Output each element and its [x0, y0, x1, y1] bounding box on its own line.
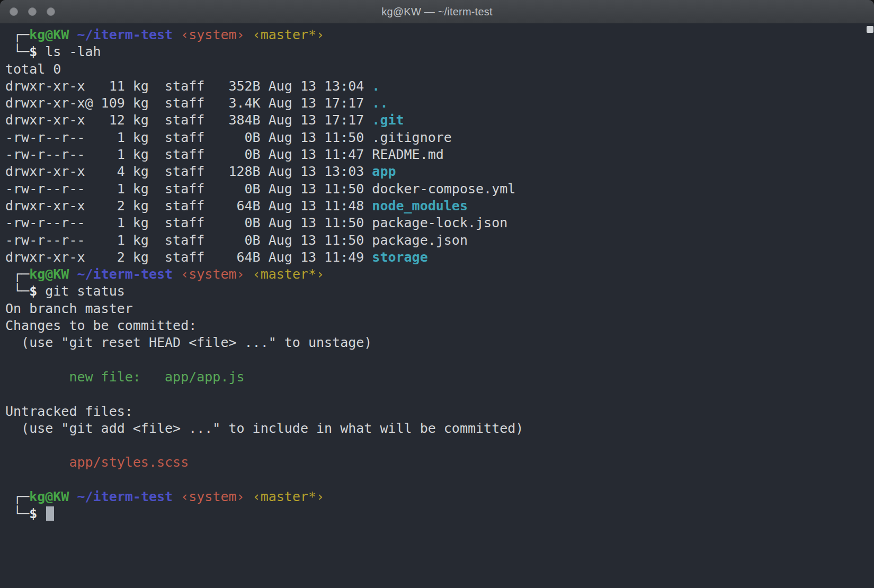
terminal-line: └─$ [5, 505, 861, 522]
terminal-line: -rw-r--r-- 1 kg staff 0B Aug 13 11:47 RE… [5, 146, 861, 163]
text-segment: -rw-r--r-- 1 kg staff 0B Aug 13 11:50 do… [5, 181, 515, 197]
text-segment: drwxr-xr-x 2 kg staff 64B Aug 13 11:49 [5, 250, 372, 265]
text-segment [37, 506, 45, 521]
terminal-line: drwxr-xr-x 2 kg staff 64B Aug 13 11:48 n… [5, 198, 861, 215]
text-segment: On branch master [5, 301, 133, 316]
traffic-lights [10, 0, 55, 23]
text-segment: drwxr-xr-x 11 kg staff 352B Aug 13 13:04 [5, 78, 372, 94]
text-segment: ‹master*› [253, 27, 324, 42]
terminal-line: ┌─kg@KW ~/iterm-test ‹system› ‹master*› [5, 488, 861, 505]
terminal-window: kg@KW — ~/iterm-test ┌─kg@KW ~/iterm-tes… [0, 0, 874, 588]
text-segment [69, 27, 77, 42]
terminal-line: Changes to be committed: [5, 317, 861, 334]
text-segment: ‹system› [181, 266, 244, 282]
text-segment: kg@KW [29, 266, 69, 282]
text-segment: ┌─ [5, 489, 29, 504]
text-segment: Untracked files: [5, 404, 133, 419]
text-segment [245, 27, 253, 42]
text-segment: -rw-r--r-- 1 kg staff 0B Aug 13 11:50 pa… [5, 233, 468, 248]
text-segment: kg@KW [29, 27, 69, 42]
text-segment: ‹system› [181, 27, 244, 42]
text-segment [69, 489, 77, 504]
text-segment: .git [372, 112, 404, 128]
terminal-line: (use "git add <file> ..." to include in … [5, 420, 861, 437]
terminal-line [5, 386, 861, 403]
terminal-line: app/styles.scss [5, 454, 861, 471]
text-segment: ~/iterm-test [77, 266, 173, 282]
text-segment [5, 438, 13, 453]
text-segment: └─ [5, 283, 29, 299]
text-segment: ┌─ [5, 266, 29, 282]
text-segment: -rw-r--r-- 1 kg staff 0B Aug 13 11:50 pa… [5, 215, 507, 230]
zoom-button[interactable] [47, 7, 55, 16]
terminal-line [5, 437, 861, 454]
text-segment: (use "git reset HEAD <file> ..." to unst… [5, 335, 372, 350]
text-segment [5, 472, 13, 487]
scrollbar[interactable] [866, 23, 874, 588]
text-segment [69, 266, 77, 282]
text-segment: ‹master*› [253, 489, 324, 504]
text-segment: ~/iterm-test [77, 27, 173, 42]
text-segment [5, 386, 13, 402]
terminal-line: └─$ git status [5, 283, 861, 300]
text-segment [173, 489, 181, 504]
text-segment: . [372, 78, 380, 94]
window-title: kg@KW — ~/iterm-test [381, 6, 492, 18]
text-segment: └─ [5, 44, 29, 59]
text-segment: drwxr-xr-x@ 109 kg staff 3.4K Aug 13 17:… [5, 95, 372, 111]
scrollbar-thumb[interactable] [867, 26, 873, 33]
text-segment: └─ [5, 506, 29, 521]
text-segment: $ [29, 506, 37, 521]
text-segment: Changes to be committed: [5, 318, 197, 333]
terminal-line: -rw-r--r-- 1 kg staff 0B Aug 13 11:50 pa… [5, 215, 861, 231]
terminal-line: └─$ ls -lah [5, 43, 861, 60]
titlebar[interactable]: kg@KW — ~/iterm-test [0, 0, 874, 24]
text-segment [5, 352, 13, 368]
text-segment: .. [372, 95, 388, 111]
terminal-line: On branch master [5, 300, 861, 317]
text-segment: node_modules [372, 198, 468, 213]
text-segment: drwxr-xr-x 12 kg staff 384B Aug 13 17:17 [5, 112, 372, 128]
text-segment: ls -lah [37, 44, 101, 59]
terminal-line: Untracked files: [5, 403, 861, 420]
text-segment: (use "git add <file> ..." to include in … [5, 421, 523, 436]
terminal-line: drwxr-xr-x 4 kg staff 128B Aug 13 13:03 … [5, 163, 861, 180]
terminal-line [5, 352, 861, 369]
text-segment: drwxr-xr-x 2 kg staff 64B Aug 13 11:48 [5, 198, 372, 213]
text-segment: -rw-r--r-- 1 kg staff 0B Aug 13 11:47 RE… [5, 147, 444, 162]
text-segment: -rw-r--r-- 1 kg staff 0B Aug 13 11:50 .g… [5, 130, 452, 145]
text-segment: kg@KW [29, 489, 69, 504]
terminal-line: ┌─kg@KW ~/iterm-test ‹system› ‹master*› [5, 266, 861, 283]
terminal-line: ┌─kg@KW ~/iterm-test ‹system› ‹master*› [5, 26, 861, 43]
text-segment [173, 266, 181, 282]
terminal-screen[interactable]: ┌─kg@KW ~/iterm-test ‹system› ‹master*› … [0, 23, 874, 588]
text-segment: app/styles.scss [5, 455, 189, 470]
text-segment: ~/iterm-test [77, 489, 173, 504]
terminal-line: -rw-r--r-- 1 kg staff 0B Aug 13 11:50 do… [5, 181, 861, 198]
close-button[interactable] [10, 7, 18, 16]
text-segment: git status [37, 283, 125, 299]
terminal-line: -rw-r--r-- 1 kg staff 0B Aug 13 11:50 .g… [5, 129, 861, 146]
text-segment: app [372, 164, 396, 179]
terminal-line: (use "git reset HEAD <file> ..." to unst… [5, 334, 861, 351]
text-segment [245, 489, 253, 504]
minimize-button[interactable] [28, 7, 37, 16]
terminal-line: drwxr-xr-x 11 kg staff 352B Aug 13 13:04… [5, 78, 861, 95]
text-segment: ‹system› [181, 489, 244, 504]
terminal-line: -rw-r--r-- 1 kg staff 0B Aug 13 11:50 pa… [5, 232, 861, 249]
cursor-block [46, 506, 54, 521]
terminal-line [5, 471, 861, 488]
text-segment: $ [29, 44, 37, 59]
terminal-line: new file: app/app.js [5, 369, 861, 386]
text-segment: drwxr-xr-x 4 kg staff 128B Aug 13 13:03 [5, 164, 372, 179]
text-segment: new file: app/app.js [5, 369, 245, 385]
terminal-line: drwxr-xr-x 12 kg staff 384B Aug 13 17:17… [5, 112, 861, 129]
terminal-line: drwxr-xr-x@ 109 kg staff 3.4K Aug 13 17:… [5, 95, 861, 112]
terminal-line: drwxr-xr-x 2 kg staff 64B Aug 13 11:49 s… [5, 249, 861, 266]
terminal-output: ┌─kg@KW ~/iterm-test ‹system› ‹master*› … [0, 23, 874, 523]
text-segment: total 0 [5, 61, 61, 77]
text-segment: $ [29, 283, 37, 299]
terminal-line: total 0 [5, 61, 861, 78]
text-segment [245, 266, 253, 282]
text-segment: ‹master*› [253, 266, 324, 282]
